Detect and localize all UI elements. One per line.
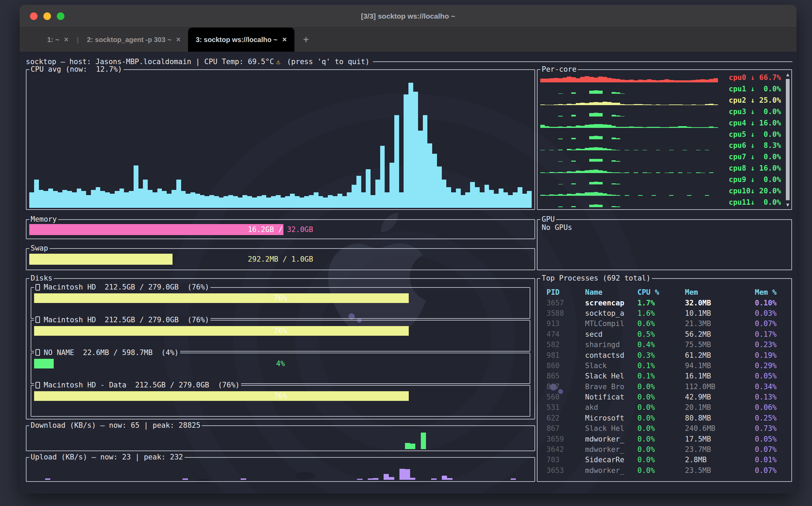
scrollbar-thumb[interactable] <box>786 79 790 200</box>
spark-bar <box>612 150 616 150</box>
spark-bar <box>190 192 195 208</box>
spark-bar <box>100 191 105 208</box>
cpu1-label: cpu1 ↓ 0.0% <box>718 85 782 93</box>
spark-bar <box>616 79 620 83</box>
spark-bar <box>571 194 576 195</box>
scroll-up-icon[interactable]: ▲ <box>786 71 789 78</box>
cell-pid: 913 <box>546 320 585 328</box>
swap-panel: Swap 292.2MB / 1.0GB <box>26 248 535 270</box>
tab-close-icon[interactable]: × <box>64 35 69 44</box>
spark-bar <box>589 170 594 173</box>
spark-bar <box>247 196 252 208</box>
new-tab-button[interactable]: + <box>294 34 318 45</box>
zoom-window-button[interactable] <box>57 12 64 20</box>
disk-title: Macintosh HD 212.5GB / 279.0GB (76%) <box>34 283 210 291</box>
cpu8-label: cpu8 ↓ 16.0% <box>718 164 782 172</box>
top-processes-panel: Top Processes (692 total) PID Name CPU %… <box>537 278 792 482</box>
disk-item-2: NO NAME 22.6MB / 598.7MB (4%)4% <box>31 353 530 384</box>
spark-bar <box>656 150 660 150</box>
cell-cpu: 0.5% <box>637 330 685 338</box>
spark-bar <box>285 196 290 208</box>
core-row-cpu8: cpu8 ↓ 16.0% <box>540 163 782 174</box>
cell-name: mdworker_ <box>585 445 637 454</box>
spark-bar <box>129 191 134 208</box>
tab-close-icon[interactable]: × <box>282 35 287 44</box>
spark-bar <box>81 191 86 208</box>
spark-bar <box>669 195 674 196</box>
spark-bar <box>540 104 545 105</box>
spark-bar <box>576 171 580 173</box>
spark-bar <box>620 173 625 173</box>
spark-bar <box>691 127 696 128</box>
spark-bar <box>652 127 656 128</box>
cell-name: mdworker_ <box>585 435 637 443</box>
close-window-button[interactable] <box>30 12 38 20</box>
spark-bar <box>580 126 585 128</box>
download-sparkline <box>29 430 532 449</box>
spark-bar <box>714 127 718 128</box>
cell-memp: 0.23% <box>755 341 789 349</box>
spark-bar <box>647 173 652 173</box>
spark-bar <box>598 170 603 173</box>
spark-bar <box>687 105 691 105</box>
spark-bar <box>209 195 214 208</box>
spark-bar <box>549 172 554 173</box>
spark-bar <box>594 102 598 105</box>
cell-cpu: 0.0% <box>637 424 685 433</box>
per-core-scrollbar[interactable]: ▲ ▼ <box>785 71 791 208</box>
spark-bar <box>567 194 571 196</box>
spark-bar <box>656 172 660 173</box>
spark-bar <box>589 136 594 139</box>
spark-bar <box>714 104 718 105</box>
disk-title-text: Macintosh HD 212.5GB / 279.0GB (76%) <box>44 283 209 291</box>
spark-bar <box>585 148 589 150</box>
spark-bar <box>643 80 647 82</box>
spark-bar <box>549 194 554 195</box>
tab-1[interactable]: 1: ~ × <box>40 28 76 52</box>
minimize-window-button[interactable] <box>43 12 51 20</box>
cpu0-sparkline <box>540 73 718 82</box>
spark-bar <box>620 116 625 117</box>
tab-2[interactable]: 2: socktop_agent -p 303 ~ × <box>80 28 188 52</box>
spark-bar <box>219 198 224 208</box>
tab-close-icon[interactable]: × <box>176 35 181 44</box>
core-row-cpu9: cpu9 ↓ 0.0% <box>540 174 782 185</box>
spark-bar <box>558 172 563 173</box>
spark-bar <box>421 433 426 449</box>
spark-bar <box>683 80 687 82</box>
spark-bar <box>558 206 563 207</box>
spark-bar <box>77 189 82 208</box>
spark-bar <box>700 173 705 173</box>
spark-bar <box>603 148 607 151</box>
disk-icon <box>35 349 40 356</box>
spark-bar <box>333 196 337 208</box>
spark-bar <box>603 193 607 196</box>
terminal-content[interactable]: socktop — host: Jasons-MBP.localdomain |… <box>20 52 797 494</box>
spark-bar <box>705 195 709 196</box>
spark-bar <box>589 102 594 105</box>
scroll-down-icon[interactable]: ▼ <box>786 202 789 208</box>
spark-bar <box>652 195 656 195</box>
spark-bar <box>660 127 665 128</box>
disk-gauge: 76% <box>34 293 527 303</box>
spark-bar <box>571 138 576 139</box>
cell-mem: 32.0MB <box>685 299 755 307</box>
spark-bar <box>678 80 683 83</box>
col-header-mem: Mem <box>685 288 755 296</box>
spark-bar <box>167 194 171 208</box>
spark-bar <box>594 124 598 128</box>
cell-pid: 560 <box>546 393 585 401</box>
tab-3-active[interactable]: 3: socktop ws://localho ~ × <box>188 28 294 52</box>
spark-bar <box>674 127 678 128</box>
cell-cpu: 0.1% <box>637 362 685 370</box>
spark-bar <box>616 161 620 162</box>
cpu3-label: cpu3 ↓ 0.0% <box>718 108 782 116</box>
title-bar[interactable]: [3/3] socktop ws://localho ~ <box>20 5 797 28</box>
spark-bar <box>545 173 549 173</box>
spark-bar <box>612 183 616 184</box>
spark-bar <box>589 205 594 207</box>
spark-bar <box>549 127 554 128</box>
spark-bar <box>508 195 513 208</box>
spark-bar <box>511 478 516 480</box>
spark-bar <box>625 150 629 150</box>
